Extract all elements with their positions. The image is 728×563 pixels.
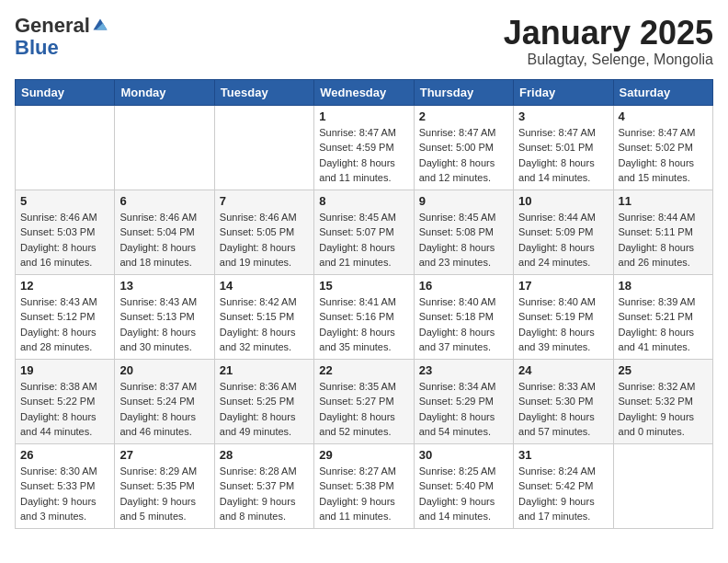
logo-general: General: [15, 15, 90, 37]
calendar-cell: 3Sunrise: 8:47 AM Sunset: 5:01 PM Daylig…: [514, 105, 613, 190]
day-info: Sunrise: 8:43 AM Sunset: 5:13 PM Dayligh…: [119, 294, 209, 355]
calendar-cell: [613, 443, 712, 528]
day-number: 23: [419, 363, 508, 377]
day-number: 28: [220, 448, 309, 462]
calendar-cell: 22Sunrise: 8:35 AM Sunset: 5:27 PM Dayli…: [314, 359, 414, 443]
day-number: 8: [319, 194, 408, 208]
day-number: 17: [518, 279, 608, 293]
day-info: Sunrise: 8:41 AM Sunset: 5:16 PM Dayligh…: [319, 294, 408, 355]
logo: General Blue: [15, 15, 108, 59]
calendar-cell: 12Sunrise: 8:43 AM Sunset: 5:12 PM Dayli…: [16, 274, 115, 359]
calendar-cell: 13Sunrise: 8:43 AM Sunset: 5:13 PM Dayli…: [115, 274, 214, 359]
day-info: Sunrise: 8:44 AM Sunset: 5:09 PM Dayligh…: [518, 210, 608, 270]
day-number: 31: [518, 448, 608, 462]
calendar-cell: 1Sunrise: 8:47 AM Sunset: 4:59 PM Daylig…: [314, 105, 414, 190]
day-info: Sunrise: 8:43 AM Sunset: 5:12 PM Dayligh…: [20, 294, 109, 355]
day-number: 19: [20, 363, 109, 377]
calendar-cell: 4Sunrise: 8:47 AM Sunset: 5:02 PM Daylig…: [613, 105, 712, 190]
calendar-cell: 2Sunrise: 8:47 AM Sunset: 5:00 PM Daylig…: [414, 105, 513, 190]
day-info: Sunrise: 8:46 AM Sunset: 5:03 PM Dayligh…: [20, 210, 109, 270]
day-number: 18: [619, 279, 708, 293]
calendar-cell: 10Sunrise: 8:44 AM Sunset: 5:09 PM Dayli…: [514, 190, 613, 274]
day-info: Sunrise: 8:30 AM Sunset: 5:33 PM Dayligh…: [20, 464, 109, 524]
calendar-table: SundayMondayTuesdayWednesdayThursdayFrid…: [15, 79, 713, 529]
day-number: 6: [119, 194, 209, 208]
calendar-cell: 6Sunrise: 8:46 AM Sunset: 5:04 PM Daylig…: [115, 190, 214, 274]
day-info: Sunrise: 8:46 AM Sunset: 5:04 PM Dayligh…: [119, 210, 209, 270]
calendar-header-row: SundayMondayTuesdayWednesdayThursdayFrid…: [16, 79, 713, 105]
day-info: Sunrise: 8:40 AM Sunset: 5:18 PM Dayligh…: [419, 294, 508, 355]
day-info: Sunrise: 8:45 AM Sunset: 5:07 PM Dayligh…: [319, 210, 408, 270]
calendar-cell: 29Sunrise: 8:27 AM Sunset: 5:38 PM Dayli…: [314, 443, 414, 528]
calendar-cell: 20Sunrise: 8:37 AM Sunset: 5:24 PM Dayli…: [115, 359, 214, 443]
day-number: 20: [119, 363, 209, 377]
day-number: 2: [419, 109, 508, 123]
day-number: 11: [619, 194, 708, 208]
day-number: 29: [319, 448, 408, 462]
col-header-friday: Friday: [514, 79, 613, 105]
calendar-cell: 11Sunrise: 8:44 AM Sunset: 5:11 PM Dayli…: [613, 190, 712, 274]
calendar-cell: 7Sunrise: 8:46 AM Sunset: 5:05 PM Daylig…: [214, 190, 313, 274]
week-row-4: 19Sunrise: 8:38 AM Sunset: 5:22 PM Dayli…: [16, 359, 713, 443]
day-info: Sunrise: 8:24 AM Sunset: 5:42 PM Dayligh…: [518, 464, 608, 524]
day-info: Sunrise: 8:47 AM Sunset: 5:00 PM Dayligh…: [419, 125, 508, 186]
day-number: 13: [119, 279, 209, 293]
day-number: 25: [619, 363, 708, 377]
week-row-1: 1Sunrise: 8:47 AM Sunset: 4:59 PM Daylig…: [16, 105, 713, 190]
calendar-cell: 17Sunrise: 8:40 AM Sunset: 5:19 PM Dayli…: [514, 274, 613, 359]
col-header-sunday: Sunday: [16, 79, 115, 105]
day-info: Sunrise: 8:37 AM Sunset: 5:24 PM Dayligh…: [119, 379, 209, 440]
calendar-cell: 15Sunrise: 8:41 AM Sunset: 5:16 PM Dayli…: [314, 274, 414, 359]
day-number: 14: [220, 279, 309, 293]
col-header-tuesday: Tuesday: [214, 79, 313, 105]
calendar-cell: 25Sunrise: 8:32 AM Sunset: 5:32 PM Dayli…: [613, 359, 712, 443]
calendar-cell: 26Sunrise: 8:30 AM Sunset: 5:33 PM Dayli…: [16, 443, 115, 528]
day-info: Sunrise: 8:47 AM Sunset: 4:59 PM Dayligh…: [319, 125, 408, 186]
day-number: 27: [119, 448, 209, 462]
calendar-cell: 8Sunrise: 8:45 AM Sunset: 5:07 PM Daylig…: [314, 190, 414, 274]
calendar-cell: 18Sunrise: 8:39 AM Sunset: 5:21 PM Dayli…: [613, 274, 712, 359]
day-number: 4: [619, 109, 708, 123]
calendar-cell: 16Sunrise: 8:40 AM Sunset: 5:18 PM Dayli…: [414, 274, 513, 359]
col-header-wednesday: Wednesday: [314, 79, 414, 105]
month-title: January 2025: [504, 15, 713, 52]
day-info: Sunrise: 8:44 AM Sunset: 5:11 PM Dayligh…: [619, 210, 708, 270]
day-info: Sunrise: 8:47 AM Sunset: 5:01 PM Dayligh…: [518, 125, 608, 186]
day-info: Sunrise: 8:34 AM Sunset: 5:29 PM Dayligh…: [419, 379, 508, 440]
calendar-cell: 24Sunrise: 8:33 AM Sunset: 5:30 PM Dayli…: [514, 359, 613, 443]
col-header-saturday: Saturday: [613, 79, 712, 105]
day-info: Sunrise: 8:32 AM Sunset: 5:32 PM Dayligh…: [619, 379, 708, 440]
col-header-thursday: Thursday: [414, 79, 513, 105]
day-info: Sunrise: 8:33 AM Sunset: 5:30 PM Dayligh…: [518, 379, 608, 440]
day-info: Sunrise: 8:27 AM Sunset: 5:38 PM Dayligh…: [319, 464, 408, 524]
day-number: 16: [419, 279, 508, 293]
col-header-monday: Monday: [115, 79, 214, 105]
day-number: 24: [518, 363, 608, 377]
day-info: Sunrise: 8:45 AM Sunset: 5:08 PM Dayligh…: [419, 210, 508, 270]
calendar-cell: 9Sunrise: 8:45 AM Sunset: 5:08 PM Daylig…: [414, 190, 513, 274]
calendar-cell: 28Sunrise: 8:28 AM Sunset: 5:37 PM Dayli…: [214, 443, 313, 528]
day-number: 15: [319, 279, 408, 293]
day-info: Sunrise: 8:35 AM Sunset: 5:27 PM Dayligh…: [319, 379, 408, 440]
day-info: Sunrise: 8:29 AM Sunset: 5:35 PM Dayligh…: [119, 464, 209, 524]
title-block: January 2025 Bulagtay, Selenge, Mongolia: [504, 15, 713, 68]
logo-blue: Blue: [15, 36, 59, 59]
day-number: 22: [319, 363, 408, 377]
calendar-cell: 23Sunrise: 8:34 AM Sunset: 5:29 PM Dayli…: [414, 359, 513, 443]
calendar-cell: 14Sunrise: 8:42 AM Sunset: 5:15 PM Dayli…: [214, 274, 313, 359]
day-number: 30: [419, 448, 508, 462]
day-number: 9: [419, 194, 508, 208]
calendar-cell: 31Sunrise: 8:24 AM Sunset: 5:42 PM Dayli…: [514, 443, 613, 528]
day-info: Sunrise: 8:42 AM Sunset: 5:15 PM Dayligh…: [220, 294, 309, 355]
day-number: 7: [220, 194, 309, 208]
week-row-3: 12Sunrise: 8:43 AM Sunset: 5:12 PM Dayli…: [16, 274, 713, 359]
calendar-cell: 27Sunrise: 8:29 AM Sunset: 5:35 PM Dayli…: [115, 443, 214, 528]
calendar-cell: [16, 105, 115, 190]
day-number: 26: [20, 448, 109, 462]
day-info: Sunrise: 8:28 AM Sunset: 5:37 PM Dayligh…: [220, 464, 309, 524]
day-number: 5: [20, 194, 109, 208]
day-number: 10: [518, 194, 608, 208]
day-info: Sunrise: 8:40 AM Sunset: 5:19 PM Dayligh…: [518, 294, 608, 355]
day-info: Sunrise: 8:36 AM Sunset: 5:25 PM Dayligh…: [220, 379, 309, 440]
day-number: 3: [518, 109, 608, 123]
